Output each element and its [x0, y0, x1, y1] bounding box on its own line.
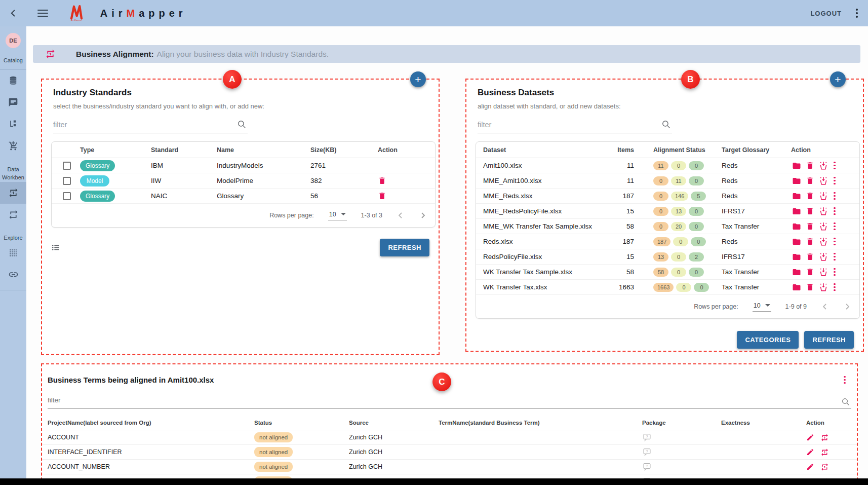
open-dataset-button[interactable]	[792, 252, 801, 262]
align-term-button[interactable]	[820, 463, 829, 471]
open-dataset-button[interactable]	[792, 237, 801, 246]
terms-filter-input[interactable]	[48, 396, 827, 404]
list-view-button[interactable]	[51, 243, 61, 252]
export-dataset-button[interactable]	[819, 268, 828, 277]
dataset-items: 58	[605, 222, 634, 230]
export-dataset-button[interactable]	[819, 192, 828, 201]
export-dataset-button[interactable]	[819, 161, 828, 170]
row-more-menu[interactable]	[833, 283, 837, 291]
delete-dataset-button[interactable]	[806, 237, 814, 246]
export-dataset-button[interactable]	[819, 222, 828, 231]
rows-per-page-select[interactable]: 10	[328, 211, 347, 220]
alignment-status: 18700	[634, 237, 722, 246]
open-dataset-button[interactable]	[792, 207, 801, 216]
row-checkbox[interactable]	[63, 192, 71, 200]
row-more-menu[interactable]	[833, 222, 837, 231]
row-checkbox[interactable]	[63, 177, 71, 185]
delete-standard-button[interactable]	[378, 176, 435, 185]
hamburger-menu-icon[interactable]	[37, 8, 48, 19]
row-more-menu[interactable]	[833, 162, 837, 170]
datasets-filter-input[interactable]	[478, 121, 649, 129]
export-dataset-button[interactable]	[819, 283, 828, 292]
row-more-menu[interactable]	[833, 192, 837, 200]
table-row: INTERFACE_IDENTIFIER not aligned Zurich …	[42, 445, 857, 460]
sidebar-item-grid-explore[interactable]	[0, 242, 26, 264]
row-more-menu[interactable]	[833, 207, 837, 215]
delete-dataset-button[interactable]	[806, 207, 814, 215]
package-help-icon[interactable]: ?	[642, 447, 721, 457]
add-standard-button[interactable]: +	[410, 71, 426, 87]
refresh-datasets-button[interactable]: REFRESH	[804, 331, 854, 349]
row-more-menu[interactable]	[833, 238, 837, 246]
status-badge: not aligned	[254, 432, 293, 442]
delete-dataset-button[interactable]	[806, 161, 814, 170]
delete-dataset-button[interactable]	[806, 176, 814, 185]
sidebar-item-hierarchy[interactable]	[0, 114, 26, 135]
edit-term-button[interactable]	[806, 463, 814, 471]
caret-down-icon	[765, 304, 770, 307]
prev-page-button[interactable]	[821, 303, 829, 311]
delete-dataset-button[interactable]	[806, 222, 814, 231]
edit-term-button[interactable]	[806, 433, 814, 441]
add-dataset-button[interactable]: +	[830, 71, 846, 87]
next-page-button[interactable]	[843, 303, 851, 311]
align-term-button[interactable]	[820, 448, 829, 457]
sidebar-item-add-to-cart[interactable]	[0, 135, 26, 157]
open-dataset-button[interactable]	[792, 283, 801, 292]
delete-dataset-button[interactable]	[806, 283, 814, 291]
sidebar-item-business-alignment[interactable]	[0, 182, 26, 204]
open-dataset-button[interactable]	[792, 268, 801, 277]
delete-dataset-button[interactable]	[806, 252, 814, 261]
export-dataset-button[interactable]	[819, 176, 828, 185]
standards-filter-input[interactable]	[53, 121, 224, 129]
row-more-menu[interactable]	[833, 253, 837, 261]
business-datasets-panel: B + Business Datasets align dataset with…	[465, 79, 864, 352]
next-page-button[interactable]	[419, 211, 427, 219]
repeat-one-icon	[820, 433, 829, 442]
sidebar-item-mapping[interactable]	[0, 204, 26, 226]
export-dataset-button[interactable]	[819, 207, 828, 216]
marker-badge-b: B	[681, 70, 700, 89]
target-glossary: Reds	[722, 162, 791, 169]
sidebar-item-links[interactable]	[0, 264, 26, 285]
sidebar-item-datasources[interactable]	[0, 70, 26, 92]
export-dataset-button[interactable]	[819, 237, 828, 246]
back-button[interactable]	[0, 8, 26, 19]
trash-icon	[806, 176, 814, 185]
delete-standard-button[interactable]	[378, 192, 435, 200]
panel-c-more-menu[interactable]	[843, 376, 847, 384]
package-help-icon[interactable]: ?	[642, 462, 721, 471]
sidebar-divider	[0, 290, 26, 290]
logout-button[interactable]: LOGOUT	[810, 10, 842, 17]
table-row: Reds.xlsx 187 18700 Reds	[476, 234, 859, 249]
search-icon	[237, 120, 247, 129]
alignment-status: 0200	[634, 222, 722, 231]
top-app-bar: AirMapper AirMapper LOGOUT	[0, 0, 868, 26]
panel-c-title: Business Terms being aligned in Amit100.…	[48, 376, 214, 384]
target-glossary: IFRS17	[722, 253, 791, 260]
overflow-menu-icon[interactable]	[856, 9, 858, 18]
export-dataset-button[interactable]	[819, 252, 828, 262]
open-dataset-button[interactable]	[792, 222, 801, 231]
prev-page-button[interactable]	[397, 211, 405, 219]
refresh-standards-button[interactable]: REFRESH	[380, 239, 429, 256]
alignment-status: 0110	[634, 176, 722, 185]
rows-per-page-select[interactable]: 10	[753, 302, 771, 312]
package-help-icon[interactable]: ?	[642, 433, 721, 442]
delete-dataset-button[interactable]	[806, 192, 814, 200]
user-avatar[interactable]: DE	[6, 33, 21, 48]
open-dataset-button[interactable]	[792, 176, 801, 185]
marker-badge-c: C	[432, 372, 451, 391]
sidebar-item-comments[interactable]	[0, 92, 26, 114]
delete-dataset-button[interactable]	[806, 268, 814, 276]
categories-button[interactable]: CATEGORIES	[737, 331, 799, 349]
open-dataset-button[interactable]	[792, 161, 801, 170]
row-checkbox[interactable]	[63, 162, 71, 170]
page-range-label: 1-9 of 9	[785, 303, 807, 310]
row-more-menu[interactable]	[833, 177, 837, 185]
align-term-button[interactable]	[820, 433, 829, 442]
open-dataset-button[interactable]	[792, 192, 801, 201]
row-more-menu[interactable]	[833, 268, 837, 276]
edit-term-button[interactable]	[806, 448, 814, 456]
datasets-pagination: Rows per page: 10 1-9 of 9	[476, 295, 859, 318]
